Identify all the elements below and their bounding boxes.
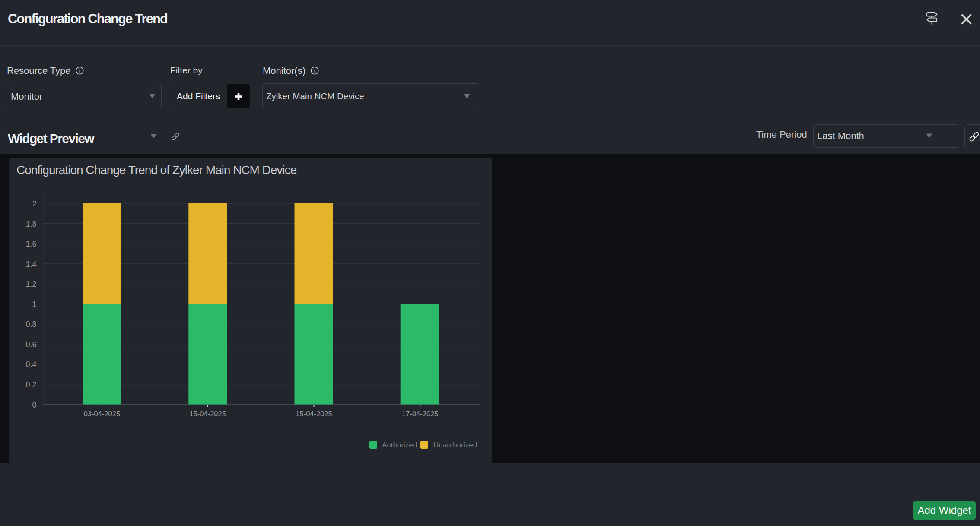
svg-text:1.8: 1.8 xyxy=(25,220,36,228)
svg-text:1.4: 1.4 xyxy=(25,260,36,269)
svg-text:2: 2 xyxy=(32,200,36,208)
svg-text:1.6: 1.6 xyxy=(25,240,36,248)
svg-text:17-04-2025: 17-04-2025 xyxy=(402,410,438,418)
svg-text:0.8: 0.8 xyxy=(25,320,36,329)
svg-text:03-04-2025: 03-04-2025 xyxy=(84,410,120,418)
svg-text:15-04-2025: 15-04-2025 xyxy=(189,410,226,418)
svg-text:1: 1 xyxy=(32,300,36,309)
svg-text:0: 0 xyxy=(32,401,36,409)
svg-text:0.6: 0.6 xyxy=(25,340,36,349)
svg-text:0.2: 0.2 xyxy=(25,380,36,389)
svg-text:0.4: 0.4 xyxy=(25,360,36,369)
svg-text:1.2: 1.2 xyxy=(25,280,36,288)
svg-text:15-04-2025: 15-04-2025 xyxy=(296,410,332,418)
